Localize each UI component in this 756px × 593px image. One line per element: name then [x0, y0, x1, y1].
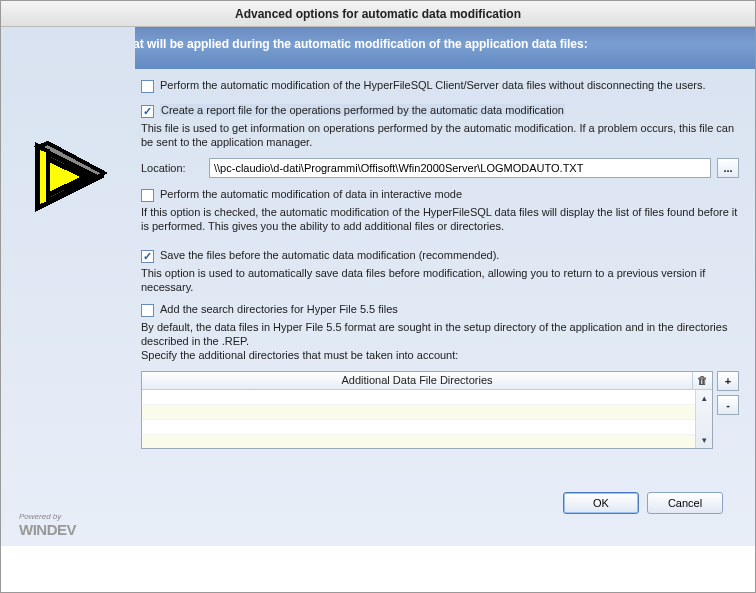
dialog-buttons: OK Cancel	[563, 492, 723, 514]
remove-directory-button[interactable]: -	[717, 395, 739, 415]
browse-button[interactable]: ...	[717, 158, 739, 178]
label-hf55-dirs: Add the search directories for Hyper Fil…	[160, 303, 398, 315]
label-interactive-mode: Perform the automatic modification of da…	[160, 188, 462, 200]
desc-hf55-dirs: By default, the data files in Hyper File…	[141, 320, 739, 363]
main-area: Powered by WINDEV Select the options tha…	[1, 27, 755, 546]
scroll-down-icon[interactable]: ▾	[696, 432, 712, 448]
add-directory-button[interactable]: +	[717, 371, 739, 391]
checkbox-cs-nodisconnect[interactable]	[141, 80, 154, 93]
desc-interactive-mode: If this option is checked, the automatic…	[141, 205, 739, 234]
location-label: Location:	[141, 162, 203, 174]
label-create-report: Create a report file for the operations …	[160, 104, 565, 116]
location-input[interactable]	[209, 158, 711, 178]
label-cs-nodisconnect: Perform the automatic modification of th…	[160, 79, 706, 91]
ok-button[interactable]: OK	[563, 492, 639, 514]
checkbox-save-before[interactable]	[141, 250, 154, 263]
table-scrollbar[interactable]: ▴ ▾	[695, 390, 712, 448]
table-row[interactable]	[142, 405, 712, 420]
desc-create-report: This file is used to get information on …	[141, 121, 739, 150]
window-title: Advanced options for automatic data modi…	[235, 7, 521, 21]
table-row[interactable]	[142, 390, 712, 405]
content: Select the options that will be applied …	[135, 27, 755, 546]
checkbox-hf55-dirs[interactable]	[141, 304, 154, 317]
svg-marker-3	[38, 147, 48, 207]
table-row[interactable]	[142, 420, 712, 435]
header-text: Select the options that will be applied …	[135, 27, 755, 69]
sidebar: Powered by WINDEV	[1, 27, 135, 546]
app-logo-icon	[18, 127, 118, 227]
powered-by: Powered by WINDEV	[7, 513, 129, 538]
window-titlebar: Advanced options for automatic data modi…	[1, 1, 755, 27]
delete-column-icon[interactable]: 🗑	[692, 372, 712, 389]
desc-save-before: This option is used to automatically sav…	[141, 266, 739, 295]
scroll-up-icon[interactable]: ▴	[696, 390, 712, 406]
directories-table: Additional Data File Directories 🗑 ▴ ▾	[141, 371, 713, 449]
cancel-button[interactable]: Cancel	[647, 492, 723, 514]
table-header: Additional Data File Directories	[142, 374, 692, 386]
table-row[interactable]	[142, 435, 712, 448]
checkbox-interactive-mode[interactable]	[141, 189, 154, 202]
label-save-before: Save the files before the automatic data…	[160, 249, 499, 261]
checkbox-create-report[interactable]	[141, 105, 154, 118]
